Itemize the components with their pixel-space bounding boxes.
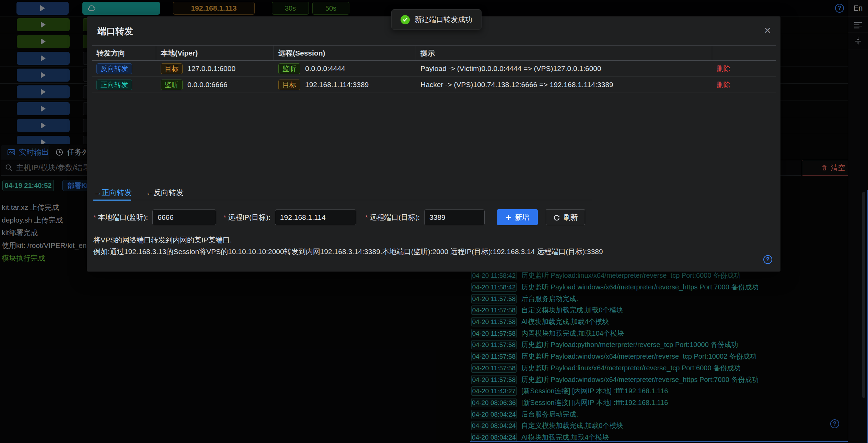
dialog-help-icon[interactable]: ? bbox=[763, 255, 772, 264]
remote-address: 192.168.1.114:3389 bbox=[305, 81, 369, 89]
remote-ip-input[interactable] bbox=[275, 209, 356, 225]
remote-role-tag: 监听 bbox=[278, 63, 300, 74]
viper-app: 192.168.1.113 30s 50s ? bbox=[0, 0, 868, 443]
col-local: 本地(Viper) bbox=[156, 46, 274, 60]
table-row: 反向转发 目标 127.0.0.1:6000 监听 0.0.0.0:4444 P… bbox=[92, 61, 776, 77]
direction-tag: 反向转发 bbox=[96, 63, 132, 74]
forward-mode-tabs: →正向转发 ←反向转发 bbox=[93, 186, 771, 201]
local-address: 0.0.0.0:6666 bbox=[187, 81, 228, 89]
local-address: 127.0.0.1:6000 bbox=[187, 64, 235, 73]
col-direction: 转发方向 bbox=[92, 46, 156, 60]
col-remote: 远程(Session) bbox=[274, 46, 416, 60]
col-actions bbox=[712, 46, 776, 60]
plus-icon bbox=[506, 214, 512, 220]
table-header-row: 转发方向 本地(Viper) 远程(Session) 提示 bbox=[92, 45, 776, 61]
refresh-icon bbox=[553, 214, 560, 221]
help-line-1: 将VPS的网络端口转发到内网的某IP某端口. bbox=[93, 235, 232, 245]
port-forward-dialog: 端口转发 ✕ 转发方向 本地(Viper) 远程(Session) 提示 反向转… bbox=[87, 16, 780, 272]
forward-hint: Payload -> (Victim)0.0.0.0:4444 => (VPS)… bbox=[420, 64, 601, 73]
required-mark: * bbox=[93, 213, 96, 221]
field-remote-port: *远程端口(目标): bbox=[365, 209, 485, 225]
dialog-title: 端口转发 bbox=[97, 25, 133, 37]
field-label: 远程端口(目标): bbox=[370, 213, 420, 221]
remote-port-input[interactable] bbox=[424, 209, 485, 225]
help-line-2: 例如:通过192.168.3.13的Session将VPS的10.10.10.1… bbox=[93, 247, 603, 256]
direction-tag: 正向转发 bbox=[96, 80, 132, 90]
tab-forward[interactable]: →正向转发 bbox=[94, 186, 132, 200]
remote-role-tag: 目标 bbox=[278, 80, 300, 90]
field-label: 远程IP(目标): bbox=[228, 213, 270, 221]
local-port-input[interactable] bbox=[152, 209, 216, 225]
local-role-tag: 目标 bbox=[161, 63, 183, 74]
port-forward-table: 转发方向 本地(Viper) 远程(Session) 提示 反向转发 目标 12… bbox=[92, 45, 776, 93]
delete-link[interactable]: 删除 bbox=[717, 64, 730, 73]
tabs-divider bbox=[93, 200, 592, 200]
col-hint: 提示 bbox=[416, 46, 712, 60]
local-role-tag: 监听 bbox=[161, 80, 183, 90]
add-button[interactable]: 新增 bbox=[497, 209, 538, 225]
success-check-icon bbox=[401, 15, 410, 24]
delete-link[interactable]: 删除 bbox=[717, 80, 730, 89]
required-mark: * bbox=[223, 213, 226, 221]
field-label: 本地端口(监听): bbox=[98, 213, 148, 221]
field-remote-ip: *远程IP(目标): bbox=[223, 209, 356, 225]
add-label: 新增 bbox=[515, 213, 530, 222]
close-icon[interactable]: ✕ bbox=[764, 25, 771, 36]
required-mark: * bbox=[365, 213, 368, 221]
tab-reverse[interactable]: ←反向转发 bbox=[146, 186, 184, 200]
forward-hint: Hacker -> (VPS)100.74.138.12:6666 => 192… bbox=[420, 81, 613, 89]
remote-address: 0.0.0.0:4444 bbox=[305, 64, 345, 73]
field-local-port: *本地端口(监听): bbox=[93, 209, 216, 225]
success-toast: 新建端口转发成功 bbox=[391, 9, 482, 30]
refresh-label: 刷新 bbox=[564, 213, 578, 222]
refresh-button[interactable]: 刷新 bbox=[546, 209, 585, 225]
table-row: 正向转发 监听 0.0.0.0:6666 目标 192.168.1.114:33… bbox=[92, 77, 776, 93]
active-tab-underline bbox=[93, 200, 131, 201]
toast-message: 新建端口转发成功 bbox=[415, 15, 472, 24]
